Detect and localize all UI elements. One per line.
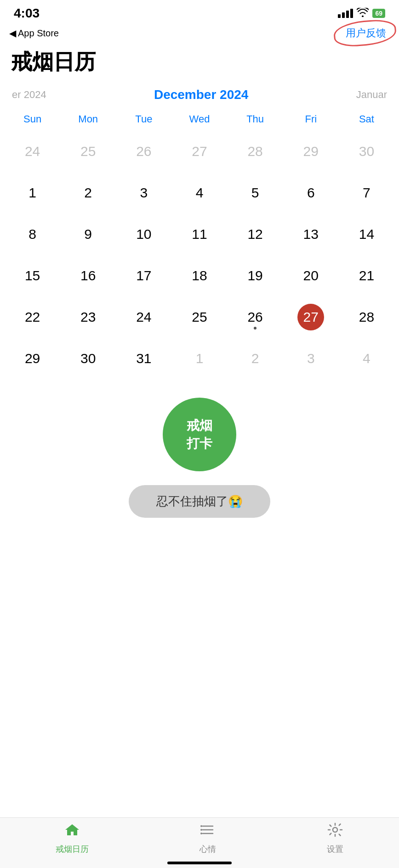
month-navigation: er 2024 December 2024 Januar bbox=[5, 84, 394, 106]
page-title: 戒烟日历 bbox=[0, 43, 399, 84]
feedback-label: 用户反馈 bbox=[346, 27, 386, 39]
back-button[interactable]: ◀ App Store bbox=[9, 28, 59, 39]
svg-point-4 bbox=[200, 829, 202, 831]
calendar-day[interactable]: 24 bbox=[116, 296, 171, 338]
tab-home-label: 戒烟日历 bbox=[56, 844, 89, 855]
calendar: er 2024 December 2024 Januar Sun Mon Tue… bbox=[0, 84, 399, 379]
calendar-day[interactable]: 13 bbox=[283, 214, 339, 255]
status-icons: 69 bbox=[338, 8, 385, 19]
calendar-day[interactable]: 25 bbox=[60, 131, 116, 172]
calendar-day[interactable]: 29 bbox=[5, 338, 60, 379]
calendar-day[interactable]: 22 bbox=[5, 296, 60, 338]
calendar-day[interactable]: 4 bbox=[339, 338, 394, 379]
tab-settings[interactable]: 设置 bbox=[327, 822, 343, 855]
day-header-sat: Sat bbox=[339, 110, 394, 129]
current-month-label: December 2024 bbox=[154, 87, 248, 102]
day-header-wed: Wed bbox=[171, 110, 227, 129]
calendar-day[interactable]: 31 bbox=[116, 338, 171, 379]
day-header-sun: Sun bbox=[5, 110, 60, 129]
calendar-day[interactable]: 5 bbox=[228, 172, 283, 214]
status-time: 4:03 bbox=[14, 6, 40, 21]
calendar-day[interactable]: 2 bbox=[60, 172, 116, 214]
calendar-day[interactable]: 11 bbox=[171, 214, 227, 255]
calendar-day[interactable]: 10 bbox=[116, 214, 171, 255]
tab-mood-label: 心情 bbox=[200, 844, 216, 855]
calendar-day[interactable]: 16 bbox=[60, 255, 116, 296]
calendar-day[interactable]: 27 bbox=[171, 131, 227, 172]
signal-icon bbox=[338, 9, 353, 18]
checkin-button[interactable]: 戒烟打卡 bbox=[163, 398, 236, 471]
calendar-day[interactable]: 30 bbox=[339, 131, 394, 172]
gear-icon bbox=[327, 822, 343, 841]
tab-home[interactable]: 戒烟日历 bbox=[56, 822, 89, 855]
calendar-day[interactable]: 17 bbox=[116, 255, 171, 296]
calendar-day[interactable]: 28 bbox=[339, 296, 394, 338]
day-header-tue: Tue bbox=[116, 110, 171, 129]
day-header-fri: Fri bbox=[283, 110, 339, 129]
calendar-day[interactable]: 3 bbox=[283, 338, 339, 379]
action-section: 戒烟打卡 忍不住抽烟了😭 bbox=[0, 379, 399, 532]
svg-point-3 bbox=[200, 825, 202, 827]
calendar-day[interactable]: 26 bbox=[228, 296, 283, 338]
fail-button[interactable]: 忍不住抽烟了😭 bbox=[129, 485, 270, 518]
home-indicator bbox=[167, 862, 232, 864]
calendar-day[interactable]: 27 bbox=[283, 296, 339, 338]
nav-bar: ◀ App Store 用户反馈 bbox=[0, 23, 399, 43]
calendar-day[interactable]: 21 bbox=[339, 255, 394, 296]
calendar-day[interactable]: 3 bbox=[116, 172, 171, 214]
calendar-day[interactable]: 24 bbox=[5, 131, 60, 172]
calendar-day[interactable]: 1 bbox=[5, 172, 60, 214]
tab-settings-label: 设置 bbox=[327, 844, 343, 855]
list-icon bbox=[200, 822, 216, 841]
calendar-day[interactable]: 29 bbox=[283, 131, 339, 172]
tab-bar: 戒烟日历 心情 设置 bbox=[0, 817, 399, 868]
calendar-day[interactable]: 2 bbox=[228, 338, 283, 379]
prev-month-label: er 2024 bbox=[5, 89, 54, 101]
calendar-day[interactable]: 7 bbox=[339, 172, 394, 214]
calendar-day[interactable]: 19 bbox=[228, 255, 283, 296]
calendar-day[interactable]: 4 bbox=[171, 172, 227, 214]
calendar-grid: 2425262728293012345678910111213141516171… bbox=[5, 131, 394, 379]
back-label: App Store bbox=[18, 28, 59, 39]
calendar-day[interactable]: 23 bbox=[60, 296, 116, 338]
calendar-day[interactable]: 12 bbox=[228, 214, 283, 255]
svg-point-6 bbox=[333, 827, 337, 832]
calendar-day[interactable]: 1 bbox=[171, 338, 227, 379]
day-header-thu: Thu bbox=[228, 110, 283, 129]
next-month-label: Januar bbox=[349, 89, 394, 101]
battery-icon: 69 bbox=[372, 9, 385, 18]
svg-point-5 bbox=[200, 833, 202, 834]
calendar-day[interactable]: 20 bbox=[283, 255, 339, 296]
day-headers: Sun Mon Tue Wed Thu Fri Sat bbox=[5, 110, 394, 129]
calendar-day[interactable]: 14 bbox=[339, 214, 394, 255]
calendar-day[interactable]: 8 bbox=[5, 214, 60, 255]
day-header-mon: Mon bbox=[60, 110, 116, 129]
calendar-day[interactable]: 25 bbox=[171, 296, 227, 338]
calendar-day[interactable]: 30 bbox=[60, 338, 116, 379]
wifi-icon bbox=[357, 8, 369, 19]
calendar-day[interactable]: 6 bbox=[283, 172, 339, 214]
tab-mood[interactable]: 心情 bbox=[200, 822, 216, 855]
calendar-day[interactable]: 15 bbox=[5, 255, 60, 296]
calendar-day[interactable]: 28 bbox=[228, 131, 283, 172]
back-arrow-icon: ◀ bbox=[9, 28, 16, 39]
home-icon bbox=[64, 822, 80, 841]
status-bar: 4:03 69 bbox=[0, 0, 399, 23]
feedback-button[interactable]: 用户反馈 bbox=[342, 24, 390, 42]
calendar-day[interactable]: 9 bbox=[60, 214, 116, 255]
calendar-day[interactable]: 26 bbox=[116, 131, 171, 172]
calendar-day[interactable]: 18 bbox=[171, 255, 227, 296]
